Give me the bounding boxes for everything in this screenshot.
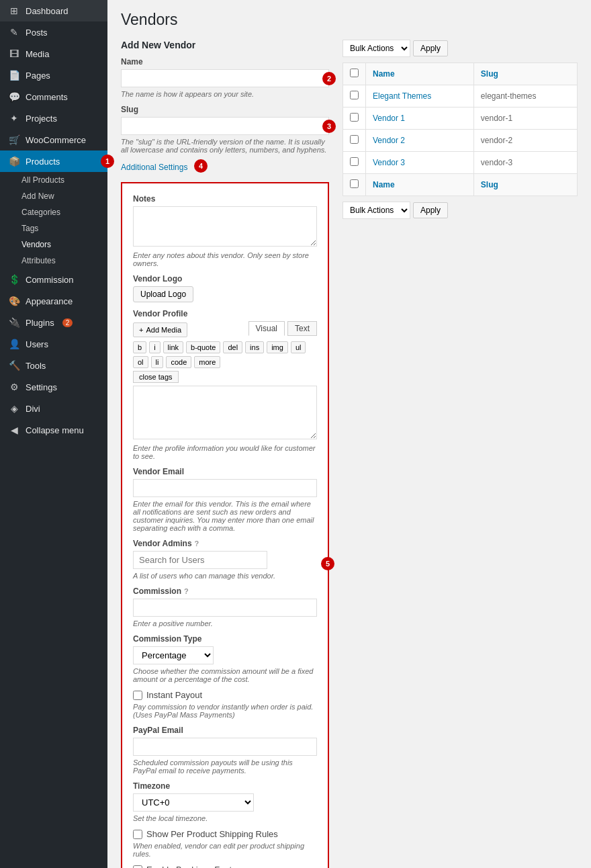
li-btn[interactable]: li <box>151 356 164 368</box>
apply-button-bottom[interactable]: Apply <box>413 202 448 218</box>
row-checkbox[interactable] <box>350 157 359 166</box>
del-btn[interactable]: del <box>223 341 242 353</box>
sub-item-tags[interactable]: Tags <box>0 220 107 236</box>
profile-editor-textarea[interactable] <box>133 386 317 439</box>
woocommerce-icon: 🛒 <box>8 134 20 145</box>
paypal-email-input[interactable] <box>133 738 317 756</box>
ul-btn[interactable]: ul <box>291 341 306 353</box>
apply-button-top[interactable]: Apply <box>413 40 448 56</box>
add-media-button[interactable]: + Add Media <box>133 322 187 337</box>
sidebar-item-commission[interactable]: 💲 Commission <box>0 269 107 290</box>
form-section: Add New Vendor Name 2 The name is how it… <box>121 40 329 868</box>
instant-payout-checkbox[interactable] <box>133 691 142 700</box>
sidebar-item-products[interactable]: 📦 Products 1 <box>0 150 107 172</box>
slug-column-link[interactable]: Slug <box>481 69 498 79</box>
ins-btn[interactable]: ins <box>245 341 264 353</box>
tools-icon: 🔨 <box>8 360 20 371</box>
row-checkbox[interactable] <box>350 91 359 99</box>
enable-bookings-checkbox[interactable] <box>133 865 142 869</box>
timezone-select[interactable]: UTC+0 UTC-5 UTC+1 UTC+8 <box>133 793 254 812</box>
sidebar-item-label: Products <box>26 157 60 167</box>
products-submenu: All Products Add New Categories Tags Ven… <box>0 172 107 269</box>
enable-bookings-label: Enable Bookings Feature <box>146 865 244 868</box>
commission-group: Commission ? Enter a positive number. <box>133 587 317 627</box>
sidebar-item-label: Dashboard <box>26 6 69 16</box>
additional-settings-link[interactable]: Additional Settings <box>121 163 187 172</box>
link-btn[interactable]: link <box>163 341 184 353</box>
sidebar-item-label: Posts <box>26 28 48 38</box>
show-shipping-desc: When enabled, vendor can edit per produc… <box>133 842 317 858</box>
sidebar-item-comments[interactable]: 💬 Comments <box>0 86 107 107</box>
editor-tabs: Visual Text <box>248 321 317 336</box>
divi-icon: ◈ <box>8 403 20 414</box>
show-shipping-checkbox[interactable] <box>133 830 142 839</box>
vendor-slug: vendor-3 <box>481 158 512 167</box>
visual-tab[interactable]: Visual <box>248 321 285 336</box>
vendor-name-link[interactable]: Elegant Themes <box>373 91 431 101</box>
sub-item-add-new[interactable]: Add New <box>0 188 107 204</box>
sidebar-item-appearance[interactable]: 🎨 Appearance <box>0 290 107 312</box>
sidebar-item-users[interactable]: 👤 Users <box>0 333 107 355</box>
paypal-email-desc: Scheduled commission payouts will be usi… <box>133 758 317 775</box>
text-tab[interactable]: Text <box>287 321 317 336</box>
sidebar-item-media[interactable]: 🎞 Media <box>0 43 107 64</box>
commission-type-select[interactable]: Percentage Fixed <box>133 646 214 664</box>
slug-input[interactable] <box>121 117 329 135</box>
close-tags-button[interactable]: close tags <box>133 371 179 383</box>
ol-btn[interactable]: ol <box>133 356 148 368</box>
instant-payout-label: Instant Payout <box>146 690 202 700</box>
sub-item-attributes[interactable]: Attributes <box>0 253 107 269</box>
name-column-link[interactable]: Name <box>373 69 395 79</box>
vendor-email-input[interactable] <box>133 479 317 497</box>
sidebar: ⊞ Dashboard ✎ Posts 🎞 Media 📄 Pages 💬 Co… <box>0 0 107 868</box>
upload-logo-button[interactable]: Upload Logo <box>133 286 193 302</box>
row-checkbox[interactable] <box>350 135 359 144</box>
code-btn[interactable]: code <box>166 356 191 368</box>
bookings-feature-row: Enable Bookings Feature <box>133 865 317 868</box>
bulk-actions-select-top[interactable]: Bulk Actions <box>343 40 410 57</box>
checkbox-footer <box>343 174 366 196</box>
sidebar-item-projects[interactable]: ✦ Projects <box>0 107 107 129</box>
sidebar-item-posts[interactable]: ✎ Posts <box>0 21 107 43</box>
select-all-footer-checkbox[interactable] <box>350 179 359 188</box>
vendor-name-link[interactable]: Vendor 3 <box>373 158 405 167</box>
search-users-input[interactable] <box>133 551 267 569</box>
slug-footer-link[interactable]: Slug <box>481 180 498 189</box>
sidebar-item-woocommerce[interactable]: 🛒 WooCommerce <box>0 129 107 150</box>
name-footer-link[interactable]: Name <box>373 180 395 189</box>
sub-item-vendors[interactable]: Vendors <box>0 236 107 253</box>
notes-desc: Enter any notes about this vendor. Only … <box>133 251 317 267</box>
name-input[interactable] <box>121 69 329 87</box>
bquote-btn[interactable]: b-quote <box>186 341 220 353</box>
slug-column-header: Slug <box>473 63 577 85</box>
select-all-checkbox[interactable] <box>350 69 359 77</box>
sidebar-item-dashboard[interactable]: ⊞ Dashboard <box>0 0 107 21</box>
bold-btn[interactable]: b <box>133 341 146 353</box>
vendor-slug: elegant-themes <box>481 91 537 101</box>
sidebar-item-pages[interactable]: 📄 Pages <box>0 64 107 86</box>
notes-textarea[interactable] <box>133 206 317 247</box>
paypal-email-label: PayPal Email <box>133 726 317 735</box>
commission-input[interactable] <box>133 599 317 617</box>
img-btn[interactable]: img <box>267 341 288 353</box>
sidebar-item-label: Pages <box>26 71 50 81</box>
vendor-admins-help-icon[interactable]: ? <box>195 539 199 548</box>
sub-item-all-products[interactable]: All Products <box>0 172 107 188</box>
sidebar-item-collapse[interactable]: ◀ Collapse menu <box>0 419 107 441</box>
commission-help-icon[interactable]: ? <box>184 587 189 595</box>
italic-btn[interactable]: i <box>149 341 160 353</box>
bulk-actions-select-bottom[interactable]: Bulk Actions <box>343 202 410 219</box>
vendor-name-link[interactable]: Vendor 1 <box>373 114 405 123</box>
sidebar-item-divi[interactable]: ◈ Divi <box>0 398 107 419</box>
table-row: Vendor 1 vendor-1 <box>343 107 578 130</box>
vendor-name-link[interactable]: Vendor 2 <box>373 136 405 145</box>
sub-item-categories[interactable]: Categories <box>0 204 107 220</box>
sidebar-item-plugins[interactable]: 🔌 Plugins 2 <box>0 312 107 333</box>
sidebar-item-tools[interactable]: 🔨 Tools <box>0 355 107 376</box>
vendor-admins-label: Vendor Admins ? <box>133 539 317 548</box>
collapse-icon: ◀ <box>8 425 20 435</box>
sidebar-item-settings[interactable]: ⚙ Settings <box>0 376 107 398</box>
more-btn[interactable]: more <box>194 356 220 368</box>
row-checkbox[interactable] <box>350 113 359 122</box>
vendor-admins-group: Vendor Admins ? A list of users who can … <box>133 539 317 580</box>
